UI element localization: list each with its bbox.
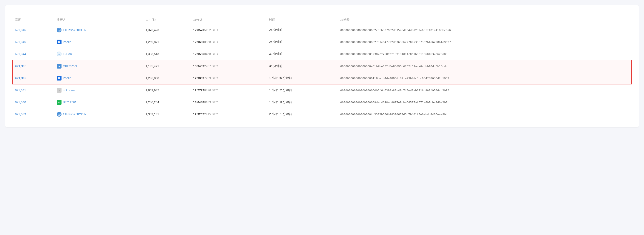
cell-miner: OK OKExPool (54, 60, 143, 72)
miner-cell: OK OKExPool (57, 64, 140, 69)
table-header-row: 高度 播报方 大小(B) 块收益 时间 块哈希 (12, 16, 632, 24)
miner-cell: BTC BTC.TOP (57, 100, 140, 105)
col-header-hash: 块哈希 (338, 16, 632, 24)
cell-height: 621,346 (12, 24, 54, 36)
hash-value: 00000000000000000012302cf260faf1891910ef… (340, 53, 448, 56)
cell-height: 621,343 (12, 60, 54, 72)
cell-size: 1,333,513 (143, 48, 190, 60)
miner-icon-1thash: 1T (57, 112, 62, 117)
cell-hash: 000000000000000000a61b2be132d8e85696b623… (338, 60, 632, 72)
cell-miner: 1T 1THash&58COIN (54, 108, 143, 120)
cell-miner: 1T 1THash&58COIN (54, 24, 143, 36)
miner-cell: 1T 1THash&58COIN (57, 28, 140, 33)
miner-link[interactable]: Poolin (63, 76, 71, 80)
cell-time: 1 小时 35 分钟前 (266, 72, 338, 84)
blocks-table: 高度 播报方 大小(B) 块收益 时间 块哈希 621,346 1T 1THas… (12, 16, 632, 120)
cell-hash: 000000000000000000039dac4618ec8697e9cba6… (338, 96, 632, 108)
cell-time: 1 小时 53 分钟前 (266, 96, 338, 108)
cell-time: 24 分钟前 (266, 24, 338, 36)
cell-hash: 00000000000000000012302cf260faf1891910ef… (338, 48, 632, 60)
height-link[interactable]: 621,340 (15, 101, 26, 104)
cell-reward: 12.98037259 BTC (190, 72, 266, 84)
miner-cell: P Poolin (57, 40, 140, 44)
cell-time: 25 分钟前 (266, 36, 338, 48)
cell-miner: ? unknown (54, 84, 143, 96)
svg-text:P: P (59, 41, 60, 43)
height-link[interactable]: 621,345 (15, 40, 26, 44)
reward-bold: 12.8570 (193, 28, 204, 32)
cell-hash: 000000000000000000fb3382b506bf8320678d3b… (338, 108, 632, 120)
cell-miner: P Poolin (54, 72, 143, 84)
miner-link[interactable]: 1THash&58COIN (63, 28, 86, 32)
hash-value: 000000000000000000fb3382b506bf8320678d3b… (340, 113, 448, 116)
hash-value: 000000000000000000039dac4618ec8697e9cba6… (340, 101, 449, 104)
cell-height: 621,341 (12, 84, 54, 96)
cell-time: 32 分钟前 (266, 48, 338, 60)
height-link[interactable]: 621,342 (15, 76, 26, 80)
table-row: 621,346 1T 1THash&58COIN 1,373,423 12.85… (12, 24, 632, 36)
reward-light: 8858 BTC (204, 40, 218, 44)
miner-icon-1thash: 1T (57, 28, 62, 33)
height-link[interactable]: 621,343 (15, 64, 26, 68)
svg-text:P: P (59, 78, 60, 79)
cell-size: 1,195,421 (143, 60, 190, 72)
cell-height: 621,340 (12, 96, 54, 108)
cell-height: 621,339 (12, 108, 54, 120)
reward-bold: 12.9660 (193, 40, 204, 44)
miner-link[interactable]: BTC.TOP (63, 101, 76, 104)
miner-link[interactable]: Poolin (63, 40, 71, 44)
table-row: 621,344 F2 F2Pool 1,333,513 12.95858458 … (12, 48, 632, 60)
reward-bold: 13.3433 (193, 64, 204, 68)
height-link[interactable]: 621,339 (15, 113, 26, 116)
hash-value: 000000000000000000002701e0477a2d63636bc2… (340, 41, 451, 44)
height-link[interactable]: 621,346 (15, 28, 26, 32)
col-header-reward: 块收益 (190, 16, 266, 24)
reward-light: 0876 BTC (204, 89, 218, 92)
hash-value: 000000000000000000002c0fb507032db15abdf6… (340, 29, 451, 32)
miner-link[interactable]: 1THash&58COIN (63, 113, 86, 116)
cell-size: 1,359,131 (143, 108, 190, 120)
cell-reward: 13.34332787 BTC (190, 60, 266, 72)
col-header-time: 时间 (266, 16, 338, 24)
cell-size: 1,280,264 (143, 96, 190, 108)
height-link[interactable]: 621,341 (15, 89, 26, 92)
reward-bold: 12.9803 (193, 76, 204, 80)
reward-bold: 12.7772 (193, 89, 204, 92)
cell-miner: BTC BTC.TOP (54, 96, 143, 108)
table-row: 621,345 P Poolin 1,259,871 12.96608858 B… (12, 36, 632, 48)
table-row: 621,341 ? unknown 1,669,937 12.77720876 … (12, 84, 632, 96)
hash-value: 00000000000000000006003f646399a87b49c7f5… (340, 89, 449, 92)
reward-light: 7259 BTC (204, 76, 218, 80)
cell-reward: 12.95858458 BTC (190, 48, 266, 60)
cell-reward: 12.85705192 BTC (190, 24, 266, 36)
table-row: 621,339 1T 1THash&58COIN 1,359,131 12.92… (12, 108, 632, 120)
cell-reward: 12.77720876 BTC (190, 84, 266, 96)
reward-bold: 12.9207 (193, 113, 204, 116)
cell-hash: 0000000000000000000118defb4da4806df89fa9… (338, 72, 632, 84)
svg-text:?: ? (58, 89, 60, 92)
miner-icon-btctop: BTC (57, 100, 62, 105)
svg-text:F2: F2 (58, 53, 60, 55)
miner-icon-poolin: P (57, 76, 62, 81)
cell-time: 35 分钟前 (266, 60, 338, 72)
svg-text:1T: 1T (58, 30, 60, 31)
miner-link[interactable]: F2Pool (63, 52, 72, 56)
miner-link[interactable]: OKExPool (63, 64, 77, 68)
height-link[interactable]: 621,344 (15, 52, 26, 56)
cell-reward: 13.04880183 BTC (190, 96, 266, 108)
cell-height: 621,344 (12, 48, 54, 60)
miner-icon-unknown: ? (57, 88, 62, 93)
svg-text:OK: OK (58, 66, 60, 67)
reward-light: 0183 BTC (204, 101, 218, 104)
cell-hash: 000000000000000000002701e0477a2d63636bc2… (338, 36, 632, 48)
miner-icon-okex: OK (57, 64, 62, 69)
cell-miner: P Poolin (54, 36, 143, 48)
miner-icon-poolin: P (57, 40, 62, 44)
table-row: 621,342 P Poolin 1,296,868 12.98037259 B… (12, 72, 632, 84)
miner-link[interactable]: unknown (63, 89, 75, 92)
svg-text:1T: 1T (58, 114, 60, 115)
cell-height: 621,342 (12, 72, 54, 84)
svg-text:BTC: BTC (58, 102, 60, 103)
reward-bold: 12.9585 (193, 52, 204, 56)
cell-size: 1,296,868 (143, 72, 190, 84)
